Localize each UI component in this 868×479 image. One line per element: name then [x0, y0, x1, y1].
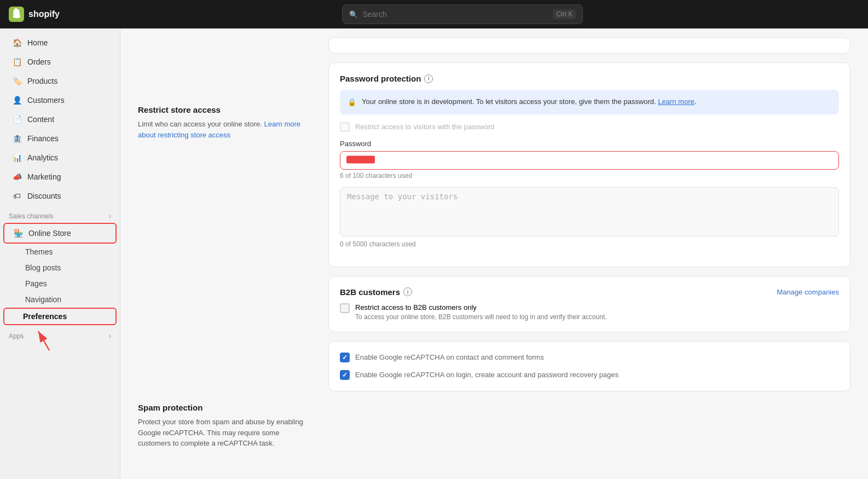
- sidebar-item-marketing[interactable]: 📣 Marketing: [3, 168, 117, 186]
- shopify-logo: shopify: [9, 7, 60, 22]
- sidebar-item-analytics[interactable]: 📊 Analytics: [3, 148, 117, 167]
- banner-learn-more-link[interactable]: Learn more: [658, 97, 694, 106]
- content-icon: 📄: [12, 114, 22, 124]
- manage-companies-link[interactable]: Manage companies: [777, 288, 839, 296]
- restrict-access-checkbox[interactable]: [340, 122, 350, 132]
- lock-icon: 🔒: [348, 97, 356, 108]
- recaptcha1-label: Enable Google reCAPTCHA on contact and c…: [355, 353, 544, 361]
- sidebar-label-finances: Finances: [27, 134, 59, 143]
- expand-icon: ›: [109, 212, 111, 220]
- sidebar-label-content: Content: [27, 115, 54, 124]
- discounts-icon: 🏷: [12, 191, 22, 201]
- sidebar-label-pages: Pages: [25, 279, 47, 288]
- content-area: Restrict store access Limit who can acce…: [120, 28, 868, 479]
- sidebar-label-home: Home: [27, 38, 48, 47]
- finances-icon: 🏦: [12, 134, 22, 143]
- password-protection-title: Password protection i: [340, 74, 839, 83]
- orders-icon: 📋: [12, 57, 22, 67]
- sidebar-label-blog-posts: Blog posts: [25, 263, 61, 272]
- sidebar: 🏠 Home 📋 Orders 🏷️ Products 👤 Customers …: [0, 28, 120, 479]
- password-protection-card: Password protection i 🔒 Your online stor…: [328, 62, 850, 267]
- spam-desc: Protect your store from spam and abuse b…: [138, 417, 311, 449]
- left-description-column: Restrict store access Limit who can acce…: [120, 28, 328, 479]
- sidebar-item-online-store[interactable]: 🏪 Online Store: [3, 223, 117, 244]
- sidebar-label-marketing: Marketing: [27, 172, 61, 181]
- password-char-count: 6 of 100 characters used: [340, 172, 839, 180]
- password-info-banner: 🔒 Your online store is in development. T…: [340, 90, 839, 114]
- recaptcha2-row: Enable Google reCAPTCHA on login, create…: [340, 370, 839, 380]
- b2b-restrict-checkbox[interactable]: [340, 303, 350, 313]
- sidebar-label-customers: Customers: [27, 96, 65, 105]
- products-icon: 🏷️: [12, 76, 22, 86]
- sidebar-sub-themes[interactable]: Themes: [3, 244, 117, 259]
- sidebar-item-products[interactable]: 🏷️ Products: [3, 72, 117, 90]
- b2b-info-icon[interactable]: i: [403, 287, 412, 296]
- sidebar-sub-navigation[interactable]: Navigation: [3, 292, 117, 307]
- sidebar-label-orders: Orders: [27, 57, 51, 66]
- b2b-restrict-desc: To access your online store, B2B custome…: [355, 313, 607, 321]
- sidebar-sub-blog-posts[interactable]: Blog posts: [3, 260, 117, 275]
- restrict-store-desc: Limit who can access your online store. …: [138, 119, 311, 140]
- marketing-icon: 📣: [12, 172, 22, 182]
- sidebar-sub-preferences-wrapper[interactable]: Preferences: [3, 308, 117, 325]
- customers-icon: 👤: [12, 95, 22, 105]
- top-navigation: shopify 🔍 Ctrl K: [0, 0, 868, 28]
- apps-section: Apps ›: [0, 326, 120, 342]
- sidebar-item-home[interactable]: 🏠 Home: [3, 33, 117, 52]
- search-input[interactable]: [362, 10, 548, 19]
- sidebar-item-finances[interactable]: 🏦 Finances: [3, 129, 117, 148]
- restrict-access-checkbox-row: Restrict access to visitors with the pas…: [340, 122, 839, 132]
- password-input[interactable]: [340, 151, 839, 170]
- restrict-store-title: Restrict store access: [138, 105, 311, 114]
- recaptcha2-checkbox[interactable]: [340, 370, 350, 380]
- analytics-icon: 📊: [12, 153, 22, 163]
- recaptcha2-label: Enable Google reCAPTCHA on login, create…: [355, 371, 618, 379]
- sidebar-label-products: Products: [27, 77, 57, 85]
- password-field-label: Password: [340, 140, 839, 148]
- right-cards-column: Password protection i 🔒 Your online stor…: [328, 28, 868, 479]
- recaptcha1-checkbox[interactable]: [340, 353, 350, 362]
- sidebar-item-customers[interactable]: 👤 Customers: [3, 91, 117, 109]
- b2b-restrict-row: Restrict access to B2B customers only To…: [340, 303, 839, 321]
- sidebar-label-discounts: Discounts: [27, 192, 61, 200]
- sidebar-item-orders[interactable]: 📋 Orders: [3, 53, 117, 71]
- spam-section-desc-wrapper: Spam protection Protect your store from …: [138, 403, 311, 449]
- message-char-count: 0 of 5000 characters used: [340, 240, 839, 248]
- search-shortcut: Ctrl K: [553, 9, 576, 19]
- expand-apps-icon: ›: [109, 332, 111, 340]
- b2b-title-row: B2B customers i Manage companies: [340, 287, 839, 297]
- message-textarea[interactable]: [340, 187, 839, 236]
- search-bar[interactable]: 🔍 Ctrl K: [342, 4, 583, 24]
- sidebar-label-navigation: Navigation: [25, 295, 61, 304]
- restrict-store-section: Restrict store access Limit who can acce…: [138, 105, 311, 140]
- sidebar-item-discounts[interactable]: 🏷 Discounts: [3, 187, 117, 205]
- sidebar-sub-pages[interactable]: Pages: [3, 276, 117, 291]
- online-store-icon: 🏪: [13, 228, 23, 238]
- sidebar-label-preferences: Preferences: [23, 312, 67, 321]
- partial-top-card: [328, 37, 850, 54]
- password-protection-info-icon[interactable]: i: [424, 74, 433, 83]
- b2b-restrict-label: Restrict access to B2B customers only: [355, 303, 607, 311]
- sidebar-item-content[interactable]: 📄 Content: [3, 110, 117, 129]
- b2b-card: B2B customers i Manage companies Restric…: [328, 276, 850, 332]
- sales-channels-section: Sales channels ›: [0, 206, 120, 222]
- shopify-logo-icon: [9, 7, 24, 22]
- password-input-wrapper: [340, 151, 839, 170]
- b2b-title: B2B customers i: [340, 287, 412, 297]
- restrict-access-label: Restrict access to visitors with the pas…: [355, 123, 494, 131]
- sidebar-label-analytics: Analytics: [27, 153, 58, 162]
- spam-protection-card: Enable Google reCAPTCHA on contact and c…: [328, 341, 850, 391]
- search-icon: 🔍: [349, 10, 358, 19]
- recaptcha1-row: Enable Google reCAPTCHA on contact and c…: [340, 353, 839, 362]
- sidebar-label-online-store: Online Store: [28, 229, 71, 238]
- spam-title: Spam protection: [138, 403, 311, 412]
- logo-text: shopify: [28, 9, 60, 19]
- sidebar-label-themes: Themes: [25, 247, 53, 256]
- home-icon: 🏠: [12, 38, 22, 48]
